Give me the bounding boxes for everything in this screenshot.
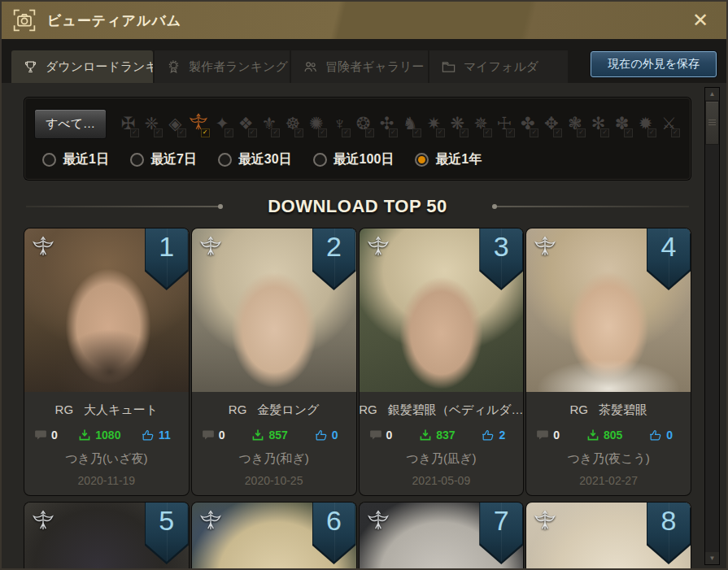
class-emblem-24[interactable]: ⚔✓ — [657, 107, 681, 140]
class-emblem-10[interactable]: ♆✓ — [328, 107, 351, 140]
checkbox-icon: ✓ — [154, 128, 163, 137]
character-portrait: 3 — [360, 228, 524, 392]
album-card[interactable]: 1 RG 大人キュート 0 1080 11 — [24, 228, 189, 495]
rank-number: 2 — [326, 231, 342, 288]
people-icon — [303, 59, 318, 75]
card-author: つき乃(凪ぎ) — [360, 451, 524, 467]
class-emblem-11[interactable]: ❂✓ — [351, 107, 375, 140]
album-card-partial[interactable]: 7 — [360, 503, 524, 570]
scroll-up-button[interactable]: ▲ — [705, 88, 719, 100]
download-count-value: 857 — [268, 429, 287, 442]
save-current-appearance-button[interactable]: 現在の外見を保存 — [591, 51, 717, 77]
rank-number: 5 — [159, 505, 174, 562]
class-emblem-9[interactable]: ✺✓ — [304, 107, 328, 140]
tab-creator-ranking[interactable]: 製作者ランキング — [155, 50, 290, 83]
album-card[interactable]: 3 RG 銀髪碧眼（ベディルダ… 0 837 2 — [360, 228, 524, 495]
download-count: 857 — [251, 429, 287, 442]
card-info: RG 茶髪碧眼 0 805 0 つき乃(夜こう) 2021-02-27 — [526, 392, 691, 495]
period-radio-2[interactable]: 最近7日 — [130, 151, 197, 168]
like-count: 0 — [649, 429, 673, 442]
album-card-partial[interactable]: 6 — [192, 503, 356, 570]
tab-download-ranking[interactable]: ダウンロードランキング — [11, 50, 153, 83]
album-card[interactable]: 4 RG 茶髪碧眼 0 805 0 — [526, 228, 691, 495]
divider-dot — [218, 204, 223, 209]
rank-number: 7 — [494, 505, 509, 562]
class-emblem-5[interactable]: ✦✓ — [211, 107, 234, 140]
class-emblem-21[interactable]: ✻✓ — [586, 107, 610, 140]
radio-icon[interactable] — [218, 153, 232, 167]
class-emblem-15[interactable]: ❋✓ — [446, 107, 469, 140]
class-emblem-23[interactable]: ✹✓ — [634, 107, 657, 140]
class-emblem-22[interactable]: ✽✓ — [610, 107, 634, 140]
class-emblem-7[interactable]: ⚜✓ — [258, 107, 281, 140]
scrollbar-thumb[interactable] — [706, 102, 718, 144]
checkbox-icon: ✓ — [342, 128, 351, 137]
period-radio-3[interactable]: 最近30日 — [218, 151, 292, 168]
vertical-scrollbar[interactable]: ▲ ▼ — [705, 88, 719, 564]
card-stats: 0 857 0 — [192, 429, 356, 442]
class-emblem-14[interactable]: ✷✓ — [422, 107, 446, 140]
section-header: DOWNLOAD TOP 50 — [26, 194, 689, 219]
comment-count: 0 — [34, 429, 58, 442]
period-radio-5[interactable]: 最近1年 — [415, 151, 482, 168]
checkbox-icon: ✓ — [248, 128, 257, 137]
class-emblem-20[interactable]: ❃✓ — [563, 107, 586, 140]
card-date: 2021-05-09 — [360, 474, 524, 487]
period-radio-1[interactable]: 最近1日 — [42, 151, 109, 168]
comment-count: 0 — [369, 429, 393, 442]
class-emblem-6[interactable]: ❖✓ — [234, 107, 258, 140]
checkbox-icon: ✓ — [671, 128, 680, 137]
rank-number: 8 — [661, 505, 677, 562]
radio-icon[interactable] — [42, 153, 56, 167]
rank-number: 6 — [326, 505, 342, 562]
rank-badge: 6 — [312, 503, 356, 564]
radio-icon[interactable] — [130, 153, 144, 167]
comment-count-value: 0 — [386, 429, 393, 442]
class-emblem-13[interactable]: ♞✓ — [399, 107, 422, 140]
class-emblem-18[interactable]: ✤✓ — [516, 107, 539, 140]
all-classes-button[interactable]: すべて… — [34, 109, 107, 139]
class-bird-icon — [367, 507, 390, 537]
download-icon — [419, 429, 432, 442]
checkbox-icon: ✓ — [506, 128, 515, 137]
class-emblem-2[interactable]: ❈✓ — [140, 107, 163, 140]
class-emblem-8[interactable]: ☸✓ — [281, 107, 304, 140]
radio-icon[interactable] — [415, 153, 429, 167]
section-title: DOWNLOAD TOP 50 — [268, 196, 447, 217]
class-emblem-3[interactable]: ◈✓ — [163, 107, 187, 140]
period-label: 最近1年 — [435, 151, 482, 168]
radio-icon[interactable] — [313, 153, 327, 167]
checkbox-icon: ✓ — [600, 128, 609, 137]
divider-line — [26, 206, 222, 207]
card-title: RG 銀髪碧眼（ベディルダ… — [360, 402, 524, 418]
album-card-partial[interactable]: 8 — [526, 503, 691, 570]
album-card-partial[interactable]: 5 — [24, 503, 189, 570]
tab-adventurer-gallery[interactable]: 冒険者ギャラリー — [291, 50, 428, 83]
class-emblem-1[interactable]: ✠✓ — [116, 107, 140, 140]
character-portrait: 8 — [526, 503, 691, 570]
character-portrait: 7 — [360, 503, 524, 570]
album-card[interactable]: 2 RG 金髪ロング 0 857 0 — [192, 228, 356, 495]
class-emblem-12[interactable]: ✣✓ — [375, 107, 399, 140]
class-emblem-4[interactable]: ✓ — [187, 107, 211, 140]
checkbox-icon: ✓ — [577, 128, 586, 137]
checkbox-icon: ✓ — [530, 128, 538, 137]
trophy-icon — [23, 59, 38, 75]
card-stats: 0 805 0 — [526, 429, 691, 442]
period-radio-4[interactable]: 最近100日 — [313, 151, 395, 168]
main-content: すべて… ✠✓❈✓◈✓ ✓✦✓❖✓⚜✓☸✓✺✓♆✓❂✓✣✓♞✓✷✓❋✓✵✓☩✓✤… — [2, 83, 726, 570]
rank-number: 3 — [494, 231, 509, 288]
rank-number: 4 — [661, 231, 677, 288]
close-icon[interactable]: ✕ — [687, 9, 713, 32]
ranking-grid-row-1: 1 RG 大人キュート 0 1080 11 — [24, 228, 691, 495]
class-emblem-19[interactable]: ✥✓ — [539, 107, 563, 140]
card-title-text: 金髪ロング — [257, 402, 319, 418]
character-portrait: 5 — [24, 503, 189, 570]
rank-badge: 1 — [145, 228, 189, 290]
class-emblem-17[interactable]: ☩✓ — [493, 107, 517, 140]
class-emblem-16[interactable]: ✵✓ — [469, 107, 493, 140]
like-count-value: 2 — [499, 429, 505, 442]
tab-my-folder[interactable]: マイフォルダ — [429, 50, 568, 83]
class-tag: RG — [360, 402, 377, 418]
scroll-down-button[interactable]: ▼ — [705, 552, 719, 564]
